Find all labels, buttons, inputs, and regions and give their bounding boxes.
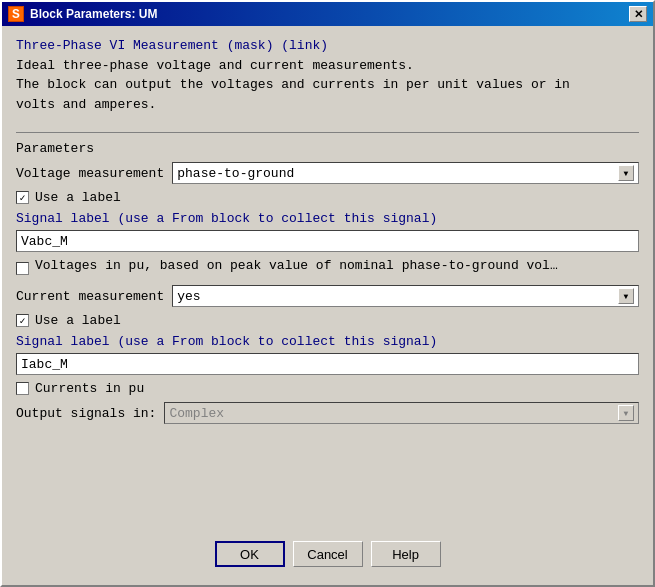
description-block: Three-Phase VI Measurement (mask) (link)…	[16, 36, 639, 114]
current-measurement-label: Current measurement	[16, 289, 164, 304]
output-signals-label: Output signals in:	[16, 406, 156, 421]
current-measurement-arrow: ▼	[618, 288, 634, 304]
use-label-1-row: Use a label	[16, 190, 639, 205]
current-measurement-row: Current measurement yes ▼	[16, 285, 639, 307]
desc-line-3: The block can output the voltages and cu…	[16, 75, 639, 95]
output-signals-arrow: ▼	[618, 405, 634, 421]
desc-line-2: Ideal three-phase voltage and current me…	[16, 56, 639, 76]
signal-label-2-input[interactable]	[16, 353, 639, 375]
voltage-measurement-row: Voltage measurement phase-to-ground ▼	[16, 162, 639, 184]
voltage-measurement-value: phase-to-ground	[177, 166, 294, 181]
output-signals-row: Output signals in: Complex ▼	[16, 402, 639, 424]
parameters-section: Parameters Voltage measurement phase-to-…	[16, 141, 639, 575]
voltage-measurement-dropdown[interactable]: phase-to-ground ▼	[172, 162, 639, 184]
voltages-in-pu-row: Voltages in pu, based on peak value of n…	[16, 258, 639, 279]
window-icon: S	[8, 6, 24, 22]
cancel-button[interactable]: Cancel	[293, 541, 363, 567]
current-measurement-value: yes	[177, 289, 200, 304]
main-window: S Block Parameters: UM ✕ Three-Phase VI …	[0, 0, 655, 587]
separator	[16, 132, 639, 133]
voltages-in-pu-checkbox[interactable]	[16, 262, 29, 275]
signal-label-1-desc: Signal label (use a From block to collec…	[16, 211, 639, 226]
desc-line-1: Three-Phase VI Measurement (mask) (link)	[16, 36, 639, 56]
parameters-label: Parameters	[16, 141, 639, 156]
currents-in-pu-checkbox[interactable]	[16, 382, 29, 395]
window-title: Block Parameters: UM	[30, 7, 157, 21]
button-row: OK Cancel Help	[16, 531, 639, 575]
use-label-2-text: Use a label	[35, 313, 121, 328]
signal-label-2-desc: Signal label (use a From block to collec…	[16, 334, 639, 349]
signal-label-1-input[interactable]	[16, 230, 639, 252]
output-signals-dropdown: Complex ▼	[164, 402, 639, 424]
title-bar: S Block Parameters: UM ✕	[2, 2, 653, 26]
use-label-1-text: Use a label	[35, 190, 121, 205]
voltage-measurement-arrow: ▼	[618, 165, 634, 181]
voltage-measurement-label: Voltage measurement	[16, 166, 164, 181]
use-label-2-row: Use a label	[16, 313, 639, 328]
currents-in-pu-row: Currents in pu	[16, 381, 639, 396]
desc-line-4: volts and amperes.	[16, 95, 639, 115]
currents-in-pu-text: Currents in pu	[35, 381, 144, 396]
current-measurement-dropdown[interactable]: yes ▼	[172, 285, 639, 307]
ok-button[interactable]: OK	[215, 541, 285, 567]
voltages-in-pu-text: Voltages in pu, based on peak value of n…	[35, 258, 558, 273]
use-label-1-checkbox[interactable]	[16, 191, 29, 204]
close-button[interactable]: ✕	[629, 6, 647, 22]
use-label-2-checkbox[interactable]	[16, 314, 29, 327]
output-signals-value: Complex	[169, 406, 224, 421]
help-button[interactable]: Help	[371, 541, 441, 567]
content-area: Three-Phase VI Measurement (mask) (link)…	[2, 26, 653, 585]
